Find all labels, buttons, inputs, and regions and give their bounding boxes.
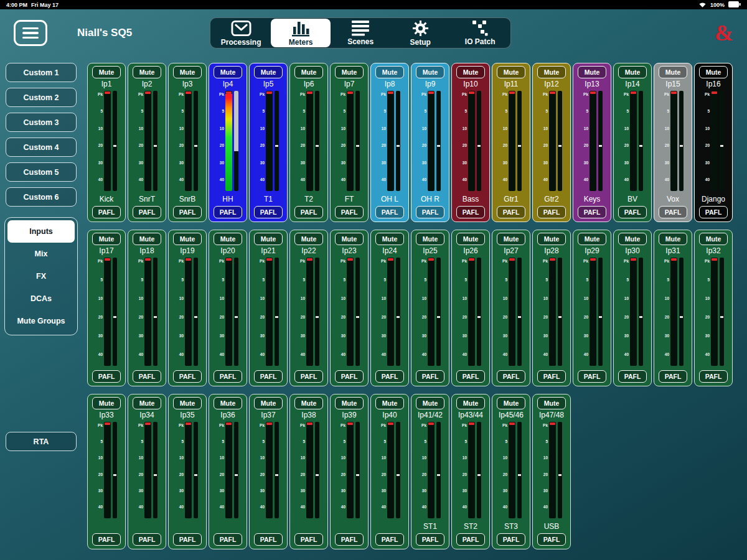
pafl-button[interactable]: PAFL: [173, 370, 202, 383]
pafl-button[interactable]: PAFL: [214, 533, 242, 546]
custom-bank-button-2[interactable]: Custom 2: [6, 88, 77, 107]
pafl-button[interactable]: PAFL: [254, 206, 283, 218]
pafl-button[interactable]: PAFL: [537, 533, 566, 546]
sidebar-item-inputs[interactable]: Inputs: [7, 220, 75, 243]
pafl-button[interactable]: PAFL: [294, 370, 323, 383]
pafl-button[interactable]: PAFL: [294, 533, 323, 546]
tab-setup[interactable]: Setup: [390, 19, 450, 47]
mute-button[interactable]: Mute: [416, 233, 444, 245]
custom-bank-button-5[interactable]: Custom 5: [6, 162, 77, 182]
mute-button[interactable]: Mute: [659, 233, 687, 245]
sidebar-item-mute-groups[interactable]: Mute Groups: [7, 310, 75, 332]
mute-button[interactable]: Mute: [214, 233, 242, 245]
mute-button[interactable]: Mute: [456, 233, 485, 245]
pafl-button[interactable]: PAFL: [133, 206, 161, 218]
mute-button[interactable]: Mute: [173, 233, 202, 245]
pafl-button[interactable]: PAFL: [456, 370, 485, 383]
mute-button[interactable]: Mute: [254, 233, 283, 245]
pafl-button[interactable]: PAFL: [618, 370, 647, 383]
mute-button[interactable]: Mute: [133, 397, 161, 409]
mute-button[interactable]: Mute: [92, 397, 121, 409]
pafl-button[interactable]: PAFL: [133, 370, 161, 383]
pafl-button[interactable]: PAFL: [254, 370, 283, 383]
pafl-button[interactable]: PAFL: [375, 206, 404, 218]
pafl-button[interactable]: PAFL: [416, 370, 444, 383]
pafl-button[interactable]: PAFL: [335, 206, 364, 218]
rta-button[interactable]: RTA: [6, 432, 77, 451]
custom-bank-button-4[interactable]: Custom 4: [6, 138, 77, 157]
pafl-button[interactable]: PAFL: [659, 206, 687, 218]
pafl-button[interactable]: PAFL: [173, 206, 202, 218]
pafl-button[interactable]: PAFL: [375, 370, 404, 383]
mute-button[interactable]: Mute: [173, 66, 202, 78]
pafl-button[interactable]: PAFL: [335, 370, 364, 383]
pafl-button[interactable]: PAFL: [659, 370, 687, 383]
pafl-button[interactable]: PAFL: [537, 370, 566, 383]
pafl-button[interactable]: PAFL: [456, 533, 485, 546]
pafl-button[interactable]: PAFL: [497, 533, 525, 546]
pafl-button[interactable]: PAFL: [578, 206, 606, 218]
custom-bank-button-1[interactable]: Custom 1: [6, 63, 77, 82]
mute-button[interactable]: Mute: [497, 397, 525, 409]
pafl-button[interactable]: PAFL: [618, 206, 647, 218]
sidebar-item-fx[interactable]: FX: [7, 265, 75, 287]
mute-button[interactable]: Mute: [416, 66, 444, 78]
menu-button[interactable]: [14, 20, 47, 46]
pafl-button[interactable]: PAFL: [214, 206, 242, 218]
pafl-button[interactable]: PAFL: [173, 533, 202, 546]
mute-button[interactable]: Mute: [618, 66, 647, 78]
mute-button[interactable]: Mute: [699, 233, 728, 245]
mute-button[interactable]: Mute: [335, 233, 364, 245]
pafl-button[interactable]: PAFL: [254, 533, 283, 546]
mute-button[interactable]: Mute: [254, 397, 283, 409]
mute-button[interactable]: Mute: [375, 397, 404, 409]
pafl-button[interactable]: PAFL: [497, 370, 525, 383]
mute-button[interactable]: Mute: [537, 397, 566, 409]
mute-button[interactable]: Mute: [173, 397, 202, 409]
pafl-button[interactable]: PAFL: [294, 206, 323, 218]
sidebar-item-dcas[interactable]: DCAs: [7, 287, 75, 310]
tab-io-patch[interactable]: IO Patch: [450, 19, 510, 47]
pafl-button[interactable]: PAFL: [92, 370, 121, 383]
mute-button[interactable]: Mute: [133, 233, 161, 245]
mute-button[interactable]: Mute: [254, 66, 283, 78]
mute-button[interactable]: Mute: [416, 397, 444, 409]
custom-bank-button-6[interactable]: Custom 6: [6, 187, 77, 207]
pafl-button[interactable]: PAFL: [537, 206, 566, 218]
mute-button[interactable]: Mute: [578, 233, 606, 245]
mute-button[interactable]: Mute: [92, 66, 121, 78]
pafl-button[interactable]: PAFL: [699, 206, 728, 218]
mute-button[interactable]: Mute: [497, 66, 525, 78]
mute-button[interactable]: Mute: [699, 66, 728, 78]
pafl-button[interactable]: PAFL: [335, 533, 364, 546]
pafl-button[interactable]: PAFL: [92, 533, 121, 546]
mute-button[interactable]: Mute: [92, 233, 121, 245]
pafl-button[interactable]: PAFL: [375, 533, 404, 546]
mute-button[interactable]: Mute: [335, 397, 364, 409]
pafl-button[interactable]: PAFL: [497, 206, 525, 218]
mute-button[interactable]: Mute: [497, 233, 525, 245]
mute-button[interactable]: Mute: [375, 66, 404, 78]
sidebar-item-mix[interactable]: Mix: [7, 243, 75, 265]
mute-button[interactable]: Mute: [456, 397, 485, 409]
mute-button[interactable]: Mute: [133, 66, 161, 78]
mute-button[interactable]: Mute: [456, 66, 485, 78]
pafl-button[interactable]: PAFL: [92, 206, 121, 218]
mute-button[interactable]: Mute: [537, 233, 566, 245]
mute-button[interactable]: Mute: [294, 66, 323, 78]
pafl-button[interactable]: PAFL: [416, 533, 444, 546]
mute-button[interactable]: Mute: [214, 397, 242, 409]
pafl-button[interactable]: PAFL: [214, 370, 242, 383]
mute-button[interactable]: Mute: [618, 233, 647, 245]
mute-button[interactable]: Mute: [335, 66, 364, 78]
pafl-button[interactable]: PAFL: [133, 533, 161, 546]
mute-button[interactable]: Mute: [375, 233, 404, 245]
mute-button[interactable]: Mute: [659, 66, 687, 78]
custom-bank-button-3[interactable]: Custom 3: [6, 113, 77, 132]
mute-button[interactable]: Mute: [294, 233, 323, 245]
pafl-button[interactable]: PAFL: [416, 206, 444, 218]
mute-button[interactable]: Mute: [578, 66, 606, 78]
mute-button[interactable]: Mute: [294, 397, 323, 409]
tab-processing[interactable]: Processing: [211, 19, 271, 47]
tab-scenes[interactable]: Scenes: [331, 19, 390, 47]
